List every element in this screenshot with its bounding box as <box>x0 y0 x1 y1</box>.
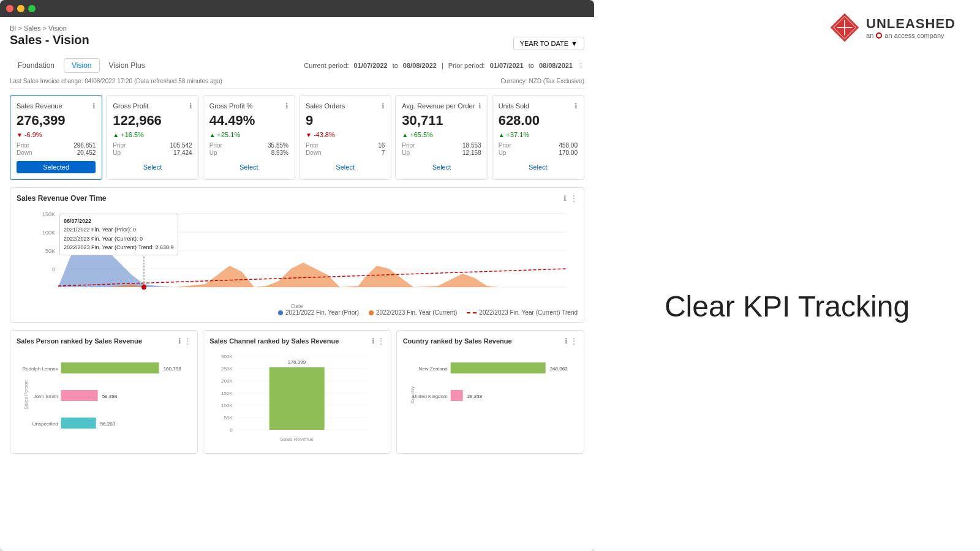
svg-rect-41 <box>450 362 545 373</box>
svg-text:100K: 100K <box>221 403 233 408</box>
svg-text:100K: 100K <box>42 230 55 236</box>
tab-foundation[interactable]: Foundation <box>10 58 62 73</box>
logo-text-area: UNLEASHED an an access company <box>866 16 956 39</box>
svg-text:160,798: 160,798 <box>164 366 181 372</box>
chart-menu-icon[interactable]: ⋮ <box>570 194 578 203</box>
kpi-card-gross-profit-pct: Gross Profit % ℹ 44.49% ▲ +25.1% Prior 3… <box>203 95 295 180</box>
tab-vision[interactable]: Vision <box>64 58 99 73</box>
time-chart-container[interactable]: 08/07/2022 2021/2022 Fin. Year (Prior): … <box>17 208 578 305</box>
bc-menu-icon-2[interactable]: ⋮ <box>570 337 578 345</box>
logo-diamond-svg <box>829 12 860 43</box>
down-triangle: ▼ <box>17 132 23 138</box>
legend-dash-trend <box>467 312 477 313</box>
country-bar-area: Country New Zealand 248,062 United Kingd… <box>403 349 578 447</box>
info-icon-sales-orders[interactable]: ℹ <box>382 102 385 110</box>
kpi-change-gross-profit: ▲ +16.5% <box>113 131 192 138</box>
tabs-container: Foundation Vision Vision Plus <box>10 58 153 73</box>
svg-rect-17 <box>61 390 98 401</box>
info-icon-gross-profit-pct[interactable]: ℹ <box>285 102 288 110</box>
svg-text:United Kingdom: United Kingdom <box>412 394 447 399</box>
sales-person-svg: Sales Person Rudolph Lennox 160,798 John… <box>17 349 191 441</box>
up-triangle: ▲ <box>113 132 119 138</box>
kpi-card-gross-profit: Gross Profit ℹ 122,966 ▲ +16.5% Prior 10… <box>106 95 198 180</box>
svg-text:Unspecified: Unspecified <box>32 421 58 427</box>
bc-menu-icon-1[interactable]: ⋮ <box>377 337 385 345</box>
bc-menu-icon-0[interactable]: ⋮ <box>184 337 191 345</box>
title-bar <box>0 0 594 17</box>
kpi-card-units-sold: Units Sold ℹ 628.00 ▲ +37.1% Prior 458.0… <box>492 95 584 180</box>
legend-item-current: 2022/2023 Fin. Year (Current) <box>369 309 457 316</box>
period-button[interactable]: YEAR TO DATE ▼ <box>513 37 584 50</box>
kpi-selected-btn-sales-revenue[interactable]: Selected <box>17 161 96 173</box>
kpi-card-sales-orders: Sales Orders ℹ 9 ▼ -43.8% Prior 16 Down … <box>299 95 391 180</box>
svg-text:50K: 50K <box>224 415 233 421</box>
svg-text:276,399: 276,399 <box>288 359 306 365</box>
kpi-card-sales-revenue: Sales Revenue ℹ 276,399 ▼ -6.9% Prior 29… <box>10 95 102 180</box>
legend-item-prior: 2021/2022 Fin. Year (Prior) <box>278 309 359 316</box>
svg-text:0: 0 <box>230 427 233 433</box>
kpi-select-btn-sales-orders[interactable]: Select <box>306 161 385 173</box>
kpi-select-btn-gross-profit-pct[interactable]: Select <box>209 161 288 173</box>
svg-text:Sales Person: Sales Person <box>23 380 29 410</box>
svg-text:150K: 150K <box>221 391 233 396</box>
maximize-dot[interactable] <box>28 5 36 12</box>
x-axis-label: Date <box>17 303 578 309</box>
bc-info-icon-1[interactable]: ℹ <box>372 337 375 345</box>
sales-channel-svg: 300K 250K 200K 150K 100K 50K 0 <box>209 349 384 453</box>
kpi-select-btn-units-sold[interactable]: Select <box>499 161 578 173</box>
svg-point-11 <box>141 285 146 290</box>
svg-text:Rudolph Lennox: Rudolph Lennox <box>22 366 58 372</box>
header-row: Foundation Vision Vision Plus Current pe… <box>10 58 584 73</box>
info-icon-sales-revenue[interactable]: ℹ <box>92 102 96 110</box>
bottom-charts-row: Sales Person ranked by Sales Revenue ℹ ⋮… <box>10 330 584 454</box>
svg-text:300K: 300K <box>221 354 233 359</box>
svg-rect-36 <box>270 367 325 430</box>
kpi-card-avg-revenue: Avg. Revenue per Order ℹ 30,711 ▲ +65.5%… <box>395 95 488 180</box>
dashboard-panel: BI > Sales > Vision Sales - Vision YEAR … <box>0 0 594 551</box>
info-icon-gross-profit[interactable]: ℹ <box>189 102 192 110</box>
kpi-row: Sales Revenue ℹ 276,399 ▼ -6.9% Prior 29… <box>10 95 584 180</box>
time-chart-title: Sales Revenue Over Time <box>17 194 107 203</box>
svg-rect-44 <box>450 390 462 401</box>
legend-dot-prior <box>278 310 283 315</box>
minimize-dot[interactable] <box>17 5 24 12</box>
period-info: Current period: 01/07/2022 to 08/08/2022… <box>304 62 584 70</box>
time-chart-section: Sales Revenue Over Time ℹ ⋮ 08/07/2022 2… <box>10 187 584 323</box>
sales-channel-chart: Sales Channel ranked by Sales Revenue ℹ … <box>203 330 391 454</box>
legend-dot-current <box>369 310 374 315</box>
close-dot[interactable] <box>6 5 13 12</box>
info-icon-avg-revenue[interactable]: ℹ <box>478 102 481 110</box>
chart-legend: 2021/2022 Fin. Year (Prior) 2022/2023 Fi… <box>17 309 578 316</box>
chart-info-icon[interactable]: ℹ <box>564 194 567 203</box>
sales-person-bar-area: Sales Person Rudolph Lennox 160,798 John… <box>17 349 191 447</box>
period-menu-icon[interactable]: ⋮ <box>578 62 584 70</box>
kpi-select-btn-gross-profit[interactable]: Select <box>113 161 192 173</box>
country-chart: Country ranked by Sales Revenue ℹ ⋮ Coun… <box>396 330 584 454</box>
breadcrumb: BI > Sales > Vision <box>10 24 584 32</box>
info-icon-units-sold[interactable]: ℹ <box>575 102 578 110</box>
page-title: Sales - Vision <box>10 33 89 47</box>
bc-info-icon-2[interactable]: ℹ <box>565 337 568 345</box>
main-content: BI > Sales > Vision Sales - Vision YEAR … <box>0 17 594 551</box>
sales-person-chart: Sales Person ranked by Sales Revenue ℹ ⋮… <box>10 330 198 454</box>
svg-rect-20 <box>61 418 96 429</box>
unleashed-logo: UNLEASHED an an access company <box>829 12 956 43</box>
bc-info-icon-0[interactable]: ℹ <box>178 337 181 345</box>
country-svg: Country New Zealand 248,062 United Kingd… <box>403 349 578 441</box>
kpi-change-sales-revenue: ▼ -6.9% <box>17 131 96 138</box>
access-circle <box>876 32 882 39</box>
sales-channel-bar-area: 300K 250K 200K 150K 100K 50K 0 <box>209 349 384 447</box>
chart-tooltip: 08/07/2022 2021/2022 Fin. Year (Prior): … <box>59 214 178 255</box>
legend-item-trend: 2022/2023 Fin. Year (Current) Trend <box>467 309 578 316</box>
tab-vision-plus[interactable]: Vision Plus <box>101 58 153 73</box>
svg-text:56,203: 56,203 <box>100 421 116 427</box>
svg-text:New Zealand: New Zealand <box>418 366 447 372</box>
logo-tagline: an an access company <box>866 32 956 39</box>
svg-text:John Smith: John Smith <box>34 394 58 399</box>
svg-text:50K: 50K <box>45 248 55 254</box>
kpi-sub-sales-revenue: Prior 296,851 Down 20,452 <box>17 142 96 156</box>
kpi-select-btn-avg-revenue[interactable]: Select <box>402 161 481 173</box>
right-panel: UNLEASHED an an access company Clear KPI… <box>594 0 980 551</box>
info-bar: Last Sales Invoice change: 04/08/2022 17… <box>10 78 584 89</box>
svg-text:Sales Revenue: Sales Revenue <box>281 437 314 442</box>
